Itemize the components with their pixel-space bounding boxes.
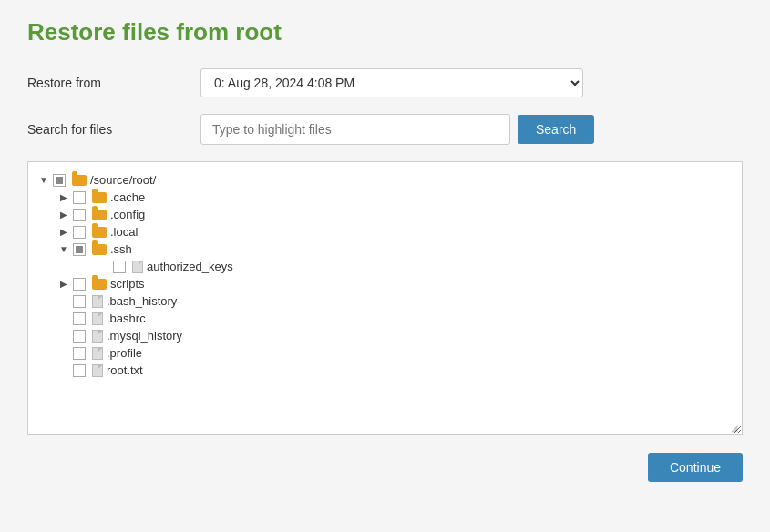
file-icon-bashrc [92,312,103,325]
continue-button[interactable]: Continue [648,453,743,482]
label-ssh: .ssh [110,242,132,256]
restore-from-label: Restore from [27,76,200,90]
label-root-txt: root.txt [107,363,143,377]
label-config: .config [110,208,145,221]
toggle-expand-ssh[interactable]: ▼ [57,243,70,256]
folder-icon-source-root [72,175,87,186]
checkbox-ssh[interactable] [73,243,86,256]
actions-row: Continue [27,453,743,482]
checkbox-bashrc[interactable] [73,312,86,325]
tree-node-bashrc[interactable]: .bashrc [37,310,733,327]
label-profile: .profile [107,346,142,360]
tree-node-config[interactable]: ▶ .config [37,206,733,223]
label-local: .local [110,225,138,239]
search-row: Search for files Search [27,114,743,145]
checkbox-cache[interactable] [73,191,86,204]
tree-node-mysql-history[interactable]: .mysql_history [37,327,733,344]
toggle-expand-source-root[interactable]: ▼ [37,174,50,187]
label-authorized-keys: authorized_keys [147,260,233,273]
folder-icon-ssh [92,244,107,255]
search-label: Search for files [27,122,200,137]
page-title: Restore files from root [27,18,743,46]
toggle-expand-cache[interactable]: ▶ [57,191,70,204]
label-bash-history: .bash_history [107,294,177,308]
tree-node-cache[interactable]: ▶ .cache [37,189,733,206]
file-icon-profile [92,347,103,360]
file-icon-authorized-keys [132,261,143,273]
file-icon-mysql-history [92,330,103,343]
checkbox-scripts[interactable] [73,278,86,291]
checkbox-source-root[interactable] [53,174,66,187]
search-input[interactable] [200,114,510,145]
tree-node-scripts[interactable]: ▶ scripts [37,275,733,292]
restore-from-select[interactable]: 0: Aug 28, 2024 4:08 PM [200,68,583,97]
toggle-empty-bash-history [57,295,70,308]
label-source-root: /source/root/ [90,173,156,187]
label-bashrc: .bashrc [107,312,146,325]
folder-icon-cache [92,192,107,203]
label-scripts: scripts [110,277,145,291]
file-icon-root-txt [92,364,103,377]
tree-node-source-root[interactable]: ▼ /source/root/ [37,171,733,189]
resize-handle[interactable]: ◢ [731,423,740,432]
folder-icon-local [92,227,107,238]
tree-node-authorized-keys[interactable]: authorized_keys [37,258,733,275]
tree-node-ssh[interactable]: ▼ .ssh [37,240,733,258]
checkbox-mysql-history[interactable] [73,330,86,343]
checkbox-config[interactable] [73,209,86,221]
label-mysql-history: .mysql_history [107,329,182,343]
checkbox-root-txt[interactable] [73,364,86,377]
toggle-expand-config[interactable]: ▶ [57,209,70,221]
checkbox-profile[interactable] [73,347,86,360]
toggle-expand-scripts[interactable]: ▶ [57,278,70,291]
checkbox-local[interactable] [73,226,86,239]
folder-icon-scripts [92,279,107,290]
restore-from-row: Restore from 0: Aug 28, 2024 4:08 PM [27,68,743,97]
tree-node-bash-history[interactable]: .bash_history [37,292,733,310]
tree-node-profile[interactable]: .profile [37,344,733,362]
tree-node-local[interactable]: ▶ .local [37,223,733,240]
folder-icon-config [92,210,107,220]
toggle-empty-authorized-keys [98,261,110,273]
search-button[interactable]: Search [518,115,594,144]
checkbox-authorized-keys[interactable] [113,261,126,273]
toggle-empty-root-txt [57,364,70,377]
toggle-empty-bashrc [57,312,70,325]
toggle-empty-mysql-history [57,330,70,343]
file-icon-bash-history [92,295,103,308]
file-tree-container: ▼ /source/root/ ▶ .cache ▶ .config ▶ .lo… [27,161,743,435]
toggle-empty-profile [57,347,70,360]
toggle-expand-local[interactable]: ▶ [57,226,70,239]
tree-node-root-txt[interactable]: root.txt [37,362,733,379]
checkbox-bash-history[interactable] [73,295,86,308]
label-cache: .cache [110,190,145,204]
